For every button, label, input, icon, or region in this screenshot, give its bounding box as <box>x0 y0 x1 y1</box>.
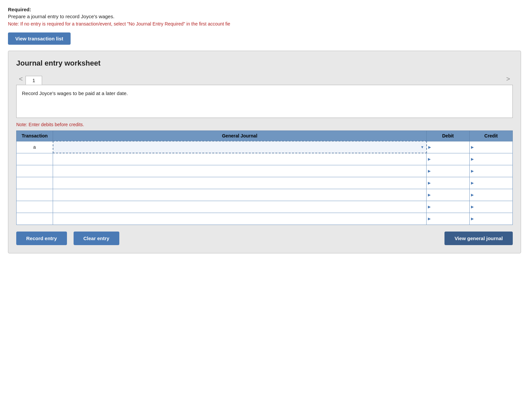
tab-nav: < 1 > <box>16 73 513 85</box>
transaction-cell <box>17 153 53 165</box>
table-row: ▶▶ <box>17 189 513 201</box>
journal-cell[interactable]: ▼ <box>53 141 427 153</box>
credit-cell-arrow-icon: ▶ <box>471 145 474 149</box>
tab-content-box: Record Joyce's wages to be paid at a lat… <box>16 85 513 118</box>
journal-cell[interactable] <box>53 213 427 225</box>
required-label: Required: <box>8 7 521 12</box>
debit-cell[interactable]: ▶ <box>427 153 470 165</box>
debit-cell[interactable]: ▶ <box>427 141 470 153</box>
col-header-transaction: Transaction <box>17 131 53 141</box>
dropdown-arrow-icon[interactable]: ▼ <box>421 145 424 149</box>
worksheet-title: Journal entry worksheet <box>16 59 513 68</box>
transaction-cell <box>17 213 53 225</box>
debit-cell-arrow-icon: ▶ <box>428 205 431 209</box>
view-transaction-button[interactable]: View transaction list <box>8 32 71 45</box>
debit-cell[interactable]: ▶ <box>427 177 470 189</box>
credit-cell[interactable]: ▶ <box>470 189 513 201</box>
debit-cell-arrow-icon: ▶ <box>428 181 431 185</box>
nav-left-arrow[interactable]: < <box>16 73 26 85</box>
table-row: ▶▶ <box>17 153 513 165</box>
view-general-journal-button[interactable]: View general journal <box>444 232 513 245</box>
journal-cell[interactable] <box>53 165 427 177</box>
journal-cell[interactable] <box>53 177 427 189</box>
credit-cell-arrow-icon: ▶ <box>471 217 474 221</box>
journal-cell[interactable] <box>53 201 427 213</box>
debit-cell-arrow-icon: ▶ <box>428 193 431 197</box>
table-row: ▶▶ <box>17 201 513 213</box>
table-row: a▼▶▶ <box>17 141 513 153</box>
debit-cell-arrow-icon: ▶ <box>428 217 431 221</box>
debit-cell-arrow-icon: ▶ <box>428 145 431 149</box>
credit-cell[interactable]: ▶ <box>470 201 513 213</box>
col-header-credit: Credit <box>470 131 513 141</box>
note-top: Note: If no entry is required for a tran… <box>8 21 521 26</box>
credit-cell[interactable]: ▶ <box>470 213 513 225</box>
debit-cell[interactable]: ▶ <box>427 165 470 177</box>
credit-cell[interactable]: ▶ <box>470 165 513 177</box>
journal-cell[interactable] <box>53 189 427 201</box>
col-header-debit: Debit <box>427 131 470 141</box>
debit-cell[interactable]: ▶ <box>427 213 470 225</box>
debit-cell[interactable]: ▶ <box>427 189 470 201</box>
transaction-cell <box>17 177 53 189</box>
clear-entry-button[interactable]: Clear entry <box>74 232 119 245</box>
debit-cell-arrow-icon: ▶ <box>428 169 431 173</box>
journal-table: Transaction General Journal Debit Credit… <box>16 131 513 225</box>
record-entry-button[interactable]: Record entry <box>16 232 67 245</box>
worksheet-container: Journal entry worksheet < 1 > Record Joy… <box>8 51 521 253</box>
credit-cell[interactable]: ▶ <box>470 177 513 189</box>
prepare-text: Prepare a journal entry to record Joyce'… <box>8 14 521 19</box>
credit-cell[interactable]: ▶ <box>470 153 513 165</box>
transaction-cell <box>17 201 53 213</box>
credit-cell-arrow-icon: ▶ <box>471 193 474 197</box>
table-row: ▶▶ <box>17 177 513 189</box>
transaction-cell <box>17 189 53 201</box>
table-row: ▶▶ <box>17 165 513 177</box>
credit-cell-arrow-icon: ▶ <box>471 169 474 173</box>
debit-cell-arrow-icon: ▶ <box>428 157 431 161</box>
note-debits: Note: Enter debits before credits. <box>16 122 513 127</box>
journal-cell[interactable] <box>53 153 427 165</box>
col-header-general-journal: General Journal <box>53 131 427 141</box>
required-section: Required: Prepare a journal entry to rec… <box>8 7 521 26</box>
debit-cell[interactable]: ▶ <box>427 201 470 213</box>
credit-cell-arrow-icon: ▶ <box>471 157 474 161</box>
buttons-row: Record entry Clear entry View general jo… <box>16 232 513 245</box>
credit-cell-arrow-icon: ▶ <box>471 205 474 209</box>
table-row: ▶▶ <box>17 213 513 225</box>
credit-cell[interactable]: ▶ <box>470 141 513 153</box>
tab-content-text: Record Joyce's wages to be paid at a lat… <box>22 90 507 96</box>
credit-cell-arrow-icon: ▶ <box>471 181 474 185</box>
transaction-cell: a <box>17 141 53 153</box>
nav-right-arrow[interactable]: > <box>503 73 513 85</box>
tab-1[interactable]: 1 <box>26 76 42 85</box>
transaction-cell <box>17 165 53 177</box>
